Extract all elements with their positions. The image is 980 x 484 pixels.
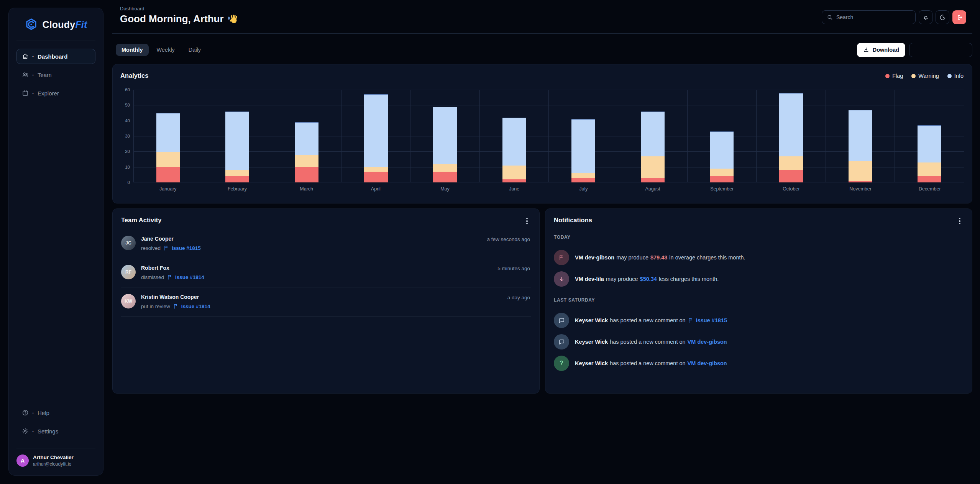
comment-icon xyxy=(554,313,569,328)
notification-item: Keyser Wick has posted a new comment on … xyxy=(554,313,964,328)
notification-text: Keyser Wick has posted a new comment on … xyxy=(575,360,727,366)
tab-monthly[interactable]: Monthly xyxy=(116,44,149,56)
team-activity-menu-button[interactable] xyxy=(522,217,532,226)
stacked-bar xyxy=(433,107,457,182)
y-tick: 10 xyxy=(125,165,130,169)
bar-segment-flag xyxy=(571,178,595,182)
search-icon xyxy=(827,14,833,20)
chart-column-march xyxy=(272,90,341,182)
chart-column-july xyxy=(548,90,618,182)
dark-mode-toggle[interactable] xyxy=(936,10,949,24)
chart-column-june xyxy=(479,90,549,182)
sidebar-footer-nav: HelpSettings xyxy=(9,397,103,439)
activity-row: KWKristin Watson Cooperput in reviewIssu… xyxy=(121,287,531,317)
flag-icon xyxy=(688,317,694,323)
avatar: RF xyxy=(121,265,136,279)
activity-action: dismissed xyxy=(141,274,164,280)
chart-column-september xyxy=(687,90,757,182)
sidebar-item-team[interactable]: Team xyxy=(16,67,95,82)
x-axis-label: March xyxy=(272,186,341,192)
chart-column-december xyxy=(895,90,964,182)
logout-button[interactable] xyxy=(952,10,966,24)
notifications-menu-button[interactable] xyxy=(955,217,964,226)
bar-segment-info xyxy=(641,112,665,156)
notification-text: VM dev-lila may produce $50.34 less char… xyxy=(575,276,719,282)
avatar: JC xyxy=(121,236,136,250)
x-axis-label: June xyxy=(479,186,549,192)
bar-segment-flag xyxy=(295,167,318,182)
chart-column-october xyxy=(756,90,826,182)
flag-icon xyxy=(167,274,173,280)
x-axis-label: September xyxy=(687,186,757,192)
y-tick: 30 xyxy=(125,134,130,138)
nav-label: Help xyxy=(38,410,49,416)
notification-text: Keyser Wick has posted a new comment on … xyxy=(575,317,727,323)
search-box[interactable] xyxy=(822,10,916,24)
nav-label: Team xyxy=(38,72,52,78)
comment-icon xyxy=(554,334,569,349)
flag-icon xyxy=(173,303,179,309)
bar-segment-info xyxy=(849,110,872,161)
sidebar-item-explorer[interactable]: Explorer xyxy=(16,85,95,101)
tab-daily[interactable]: Daily xyxy=(183,44,207,56)
chart-column-may xyxy=(410,90,479,182)
bar-segment-info xyxy=(571,119,595,173)
issue-link[interactable]: Issue #1815 xyxy=(163,245,201,251)
member-name: Jane Cooper xyxy=(141,236,201,242)
main-content: Dashboard Good Morning, Arthur xyxy=(112,0,972,394)
notification-item: ?Keyser Wick has posted a new comment on… xyxy=(554,356,964,371)
bar-segment-flag xyxy=(779,170,803,182)
notifications-section-label: LAST SATURDAY xyxy=(554,297,964,303)
avatar: KW xyxy=(121,294,136,308)
notification-item: VM dev-lila may produce $50.34 less char… xyxy=(554,271,964,287)
sidebar-item-settings[interactable]: Settings xyxy=(16,423,95,439)
flag-icon xyxy=(554,250,569,265)
home-icon xyxy=(21,53,29,60)
bar-segment-flag xyxy=(849,181,872,182)
user-profile[interactable]: A Arthur Chevalier arthur@cloudyfit.io xyxy=(9,448,103,468)
bar-segment-info xyxy=(156,113,180,152)
notification-link[interactable]: VM dev-gibson xyxy=(688,360,727,366)
bar-segment-warning xyxy=(918,162,941,176)
avatar: A xyxy=(16,454,29,467)
legend-item-flag: Flag xyxy=(885,73,903,79)
activity-row: JCJane CooperresolvedIssue #1815a few se… xyxy=(121,229,531,258)
app-logo: CloudyFit xyxy=(9,18,103,31)
bar-segment-warning xyxy=(571,173,595,178)
flag-icon xyxy=(163,245,169,251)
legend-item-info: Info xyxy=(947,73,964,79)
bar-segment-warning xyxy=(710,169,734,176)
stacked-bar xyxy=(779,93,803,182)
date-picker[interactable] xyxy=(909,43,972,57)
stacked-bar-chart: 6050403020100 xyxy=(120,90,964,182)
search-input[interactable] xyxy=(836,14,911,20)
cloudyfit-logo-icon xyxy=(25,18,38,31)
moon-icon xyxy=(939,14,946,21)
stacked-bar xyxy=(225,112,249,182)
calendar-icon xyxy=(21,90,29,97)
legend-item-warning: Warning xyxy=(911,73,939,79)
notification-link[interactable]: VM dev-gibson xyxy=(688,339,727,345)
activity-action: resolved xyxy=(141,245,161,251)
stacked-bar xyxy=(918,125,941,182)
issue-link[interactable]: Issue #1814 xyxy=(167,274,204,280)
x-axis-label: May xyxy=(410,186,480,192)
team-activity-card: Team Activity JCJane CooperresolvedIssue… xyxy=(112,208,540,394)
bar-segment-flag xyxy=(364,172,388,182)
tab-weekly[interactable]: Weekly xyxy=(151,44,181,56)
notifications-button[interactable] xyxy=(919,10,932,24)
issue-link[interactable]: Issue #1814 xyxy=(173,303,210,309)
sidebar-nav: DashboardTeamExplorer xyxy=(9,41,103,101)
question-icon: ? xyxy=(554,356,569,371)
download-button[interactable]: Download xyxy=(857,43,905,57)
chart-column-april xyxy=(341,90,410,182)
notifications-section-label: TODAY xyxy=(554,235,964,240)
date-input[interactable] xyxy=(900,47,968,53)
bar-segment-warning xyxy=(156,152,180,167)
notification-link[interactable]: Issue #1815 xyxy=(688,317,727,323)
sidebar-item-help[interactable]: Help xyxy=(16,405,95,420)
legend-dot xyxy=(885,74,890,78)
team-activity-title: Team Activity xyxy=(121,217,531,224)
period-tabs: Monthly Weekly Daily xyxy=(116,44,207,56)
sidebar-item-dashboard[interactable]: Dashboard xyxy=(16,49,95,64)
